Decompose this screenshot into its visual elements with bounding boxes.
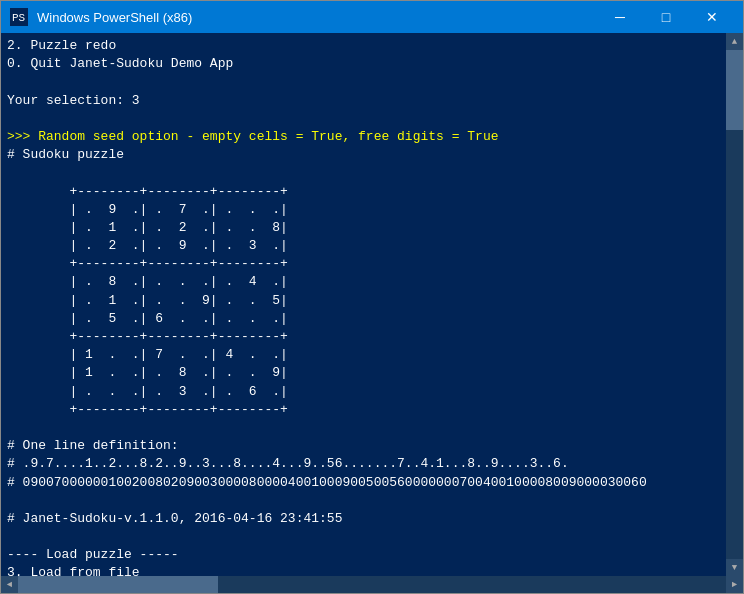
console-line: | . 9 .| . 7 .| . . .| <box>7 201 720 219</box>
console-line: | . 5 .| 6 . .| . . .| <box>7 310 720 328</box>
console-line: # Sudoku puzzle <box>7 146 720 164</box>
app-icon: PS <box>9 7 29 27</box>
console-line <box>7 164 720 182</box>
scroll-right-arrow[interactable]: ► <box>726 576 743 593</box>
window-title: Windows PowerShell (x86) <box>37 10 597 25</box>
minimize-button[interactable]: ─ <box>597 1 643 33</box>
console-output[interactable]: 2. Puzzle redo 0. Quit Janet-Sudoku Demo… <box>1 33 726 576</box>
console-line <box>7 110 720 128</box>
console-line <box>7 528 720 546</box>
console-line: Your selection: 3 <box>7 92 720 110</box>
console-line <box>7 419 720 437</box>
console-line: # .9.7....1..2...8.2..9..3...8....4...9.… <box>7 455 720 473</box>
console-line: +--------+--------+--------+ <box>7 328 720 346</box>
console-line: | . 1 .| . 2 .| . . 8| <box>7 219 720 237</box>
maximize-button[interactable]: □ <box>643 1 689 33</box>
console-line: +--------+--------+--------+ <box>7 401 720 419</box>
vertical-scrollbar[interactable]: ▲ ▼ <box>726 33 743 576</box>
console-line: # 09007000000100200802090030000800004001… <box>7 474 720 492</box>
console-line: | 1 . .| 7 . .| 4 . .| <box>7 346 720 364</box>
horizontal-scrollbar: ◄ ► <box>1 576 743 593</box>
console-line: # Janet-Sudoku-v.1.1.0, 2016-04-16 23:41… <box>7 510 720 528</box>
console-line: +--------+--------+--------+ <box>7 255 720 273</box>
scroll-down-arrow[interactable]: ▼ <box>726 559 743 576</box>
scroll-thumb-h[interactable] <box>18 576 218 593</box>
console-line: >>> Random seed option - empty cells = T… <box>7 128 720 146</box>
console-line: 0. Quit Janet-Sudoku Demo App <box>7 55 720 73</box>
console-line: +--------+--------+--------+ <box>7 183 720 201</box>
scroll-track-h <box>18 576 726 593</box>
console-line: | . 2 .| . 9 .| . 3 .| <box>7 237 720 255</box>
console-line: | . . .| . 3 .| . 6 .| <box>7 383 720 401</box>
scroll-left-arrow[interactable]: ◄ <box>1 576 18 593</box>
window-controls: ─ □ ✕ <box>597 1 735 33</box>
powershell-window: PS Windows PowerShell (x86) ─ □ ✕ 2. Puz… <box>0 0 744 594</box>
console-line: | . 1 .| . . 9| . . 5| <box>7 292 720 310</box>
console-line: ---- Load puzzle ----- <box>7 546 720 564</box>
close-button[interactable]: ✕ <box>689 1 735 33</box>
console-line: 3. Load from file <box>7 564 720 576</box>
title-bar: PS Windows PowerShell (x86) ─ □ ✕ <box>1 1 743 33</box>
console-line: # One line definition: <box>7 437 720 455</box>
console-line: | 1 . .| . 8 .| . . 9| <box>7 364 720 382</box>
svg-text:PS: PS <box>12 12 26 24</box>
scroll-up-arrow[interactable]: ▲ <box>726 33 743 50</box>
scroll-thumb[interactable] <box>726 50 743 130</box>
console-area: 2. Puzzle redo 0. Quit Janet-Sudoku Demo… <box>1 33 743 576</box>
console-line: | . 8 .| . . .| . 4 .| <box>7 273 720 291</box>
console-line: 2. Puzzle redo <box>7 37 720 55</box>
scroll-track <box>726 50 743 559</box>
console-line <box>7 73 720 91</box>
console-line <box>7 492 720 510</box>
